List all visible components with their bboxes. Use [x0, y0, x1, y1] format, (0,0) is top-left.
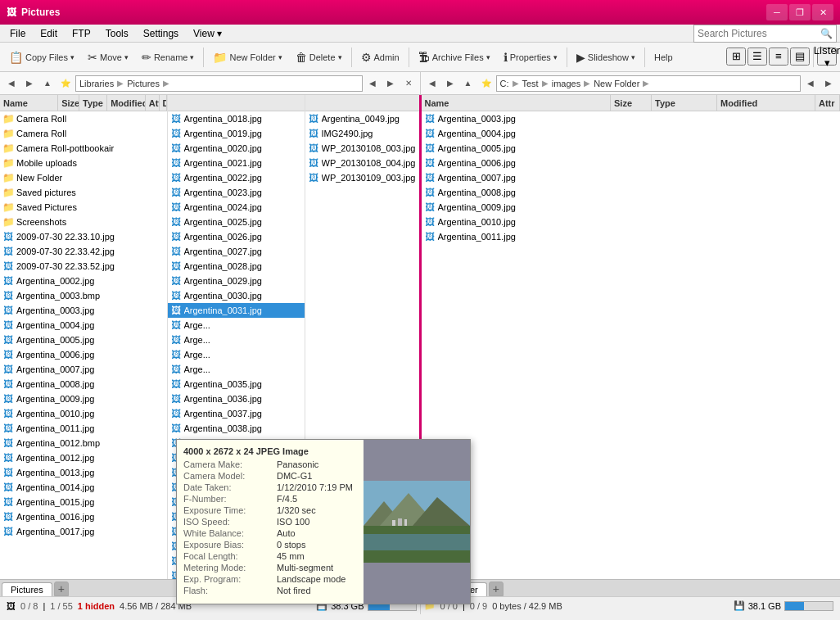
- list-item[interactable]: 🖼 Argentina_0030.jpg: [168, 288, 305, 303]
- right-col-type[interactable]: Type: [652, 95, 717, 111]
- list-item[interactable]: 🖼 Argentina_0036.jpg: [168, 391, 305, 406]
- search-input[interactable]: [698, 28, 820, 39]
- list-item[interactable]: 🖼 Argentina_0007.jpg: [422, 170, 841, 185]
- list-item[interactable]: 🖼 Argentina_0031.jpg: [168, 303, 305, 318]
- col-attr[interactable]: Attr: [146, 95, 160, 111]
- list-item[interactable]: 🖼 2009-07-30 22.33.10.jpg: [0, 229, 167, 244]
- list-item[interactable]: 🖼 Argentina_0004.jpg: [0, 318, 167, 333]
- right-breadcrumb-3[interactable]: images: [552, 79, 580, 88]
- left-pane-scroll-right[interactable]: ▶: [382, 75, 399, 92]
- list-item[interactable]: 🖼 Argentina_0021.jpg: [168, 156, 305, 170]
- right-pane-scroll-left[interactable]: ◀: [802, 75, 819, 92]
- menu-tools[interactable]: Tools: [99, 26, 135, 41]
- menu-settings[interactable]: Settings: [137, 26, 185, 41]
- left-nav-back[interactable]: ◀: [3, 75, 20, 92]
- list-item[interactable]: 🖼 Arge...: [168, 362, 305, 377]
- search-icon[interactable]: 🔍: [820, 28, 833, 39]
- slideshow-button[interactable]: ▶ Slideshow ▾: [571, 46, 641, 69]
- col-desc[interactable]: Description: [160, 95, 167, 111]
- list-item[interactable]: 🖼 Argentina_0008.jpg: [422, 185, 841, 200]
- properties-button[interactable]: ℹ Properties ▾: [498, 46, 563, 69]
- list-item[interactable]: 📁 Saved Pictures: [0, 200, 167, 215]
- new-folder-button[interactable]: 📁 New Folder ▾: [207, 46, 287, 69]
- list-item[interactable]: 🖼 Argentina_0029.jpg: [168, 274, 305, 288]
- list-item[interactable]: 🖼 Argentina_0004.jpg: [422, 126, 841, 141]
- left-breadcrumb-1[interactable]: Libraries: [79, 79, 114, 88]
- list-item[interactable]: 🖼 Argentina_0028.jpg: [168, 259, 305, 274]
- right-nav-star[interactable]: ⭐: [478, 75, 495, 92]
- list-item[interactable]: 🖼 Argentina_0012.bmp: [0, 436, 167, 450]
- list-item[interactable]: 📁 Screenshots: [0, 215, 167, 229]
- list-item[interactable]: 🖼 WP_20130108_004.jpg: [305, 156, 419, 170]
- list-item[interactable]: 🖼 Argentina_0022.jpg: [168, 170, 305, 185]
- left-tab-pictures[interactable]: Pictures: [2, 582, 52, 596]
- view-details-button[interactable]: ≡: [769, 48, 788, 66]
- delete-button[interactable]: 🗑 Delete ▾: [290, 46, 348, 69]
- list-item[interactable]: 🖼 Argentina_0003.jpg: [422, 111, 841, 126]
- left-nav-forward[interactable]: ▶: [21, 75, 38, 92]
- list-item[interactable]: 🖼 Argentina_0005.jpg: [422, 141, 841, 156]
- list-item[interactable]: 🖼 Argentina_0013.jpg: [0, 465, 167, 480]
- right-breadcrumb-2[interactable]: Test: [522, 79, 539, 88]
- list-item[interactable]: 🖼 Argentina_0003.bmp: [0, 288, 167, 303]
- menu-ftp[interactable]: FTP: [65, 26, 97, 41]
- list-item[interactable]: 🖼 Argentina_0005.jpg: [0, 333, 167, 347]
- list-item[interactable]: 🖼 Argentina_0003.jpg: [0, 303, 167, 318]
- right-col-modified[interactable]: Modified: [717, 95, 815, 111]
- list-item[interactable]: 🖼 Argentina_0018.jpg: [168, 111, 305, 126]
- list-item[interactable]: 🖼 Argentina_0035.jpg: [168, 377, 305, 391]
- list-item[interactable]: 🖼 Argentina_0010.jpg: [422, 215, 841, 229]
- list-item[interactable]: 🖼 Argentina_0002.jpg: [0, 274, 167, 288]
- right-breadcrumb-4[interactable]: New Folder: [594, 79, 639, 88]
- right-pane-scroll-right[interactable]: ▶: [820, 75, 837, 92]
- list-item[interactable]: 🖼 Argentina_0026.jpg: [168, 229, 305, 244]
- list-item[interactable]: 🖼 Argentina_0012.jpg: [0, 450, 167, 465]
- list-item[interactable]: 📁 Camera Roll-pottbookair: [0, 141, 167, 156]
- help-button[interactable]: Help: [648, 46, 679, 69]
- left-pane-scroll-left[interactable]: ◀: [364, 75, 381, 92]
- right-col-size[interactable]: Size: [611, 95, 652, 111]
- list-item[interactable]: 🖼 Argentina_0006.jpg: [422, 156, 841, 170]
- list-item[interactable]: 🖼 WP_20130109_003.jpg: [305, 170, 419, 185]
- list-item[interactable]: 🖼 Arge...: [168, 347, 305, 362]
- col-modified[interactable]: Modified: [107, 95, 145, 111]
- list-item[interactable]: 📁 Camera Roll: [0, 126, 167, 141]
- lister-button[interactable]: Lister ▾: [817, 48, 837, 66]
- list-item[interactable]: 🖼 2009-07-30 22.33.42.jpg: [0, 244, 167, 259]
- list-item[interactable]: 🖼 Argentina_0049.jpg: [305, 111, 419, 126]
- list-item[interactable]: 📁 Saved pictures: [0, 185, 167, 200]
- right-tab-add[interactable]: +: [489, 582, 504, 596]
- list-item[interactable]: 🖼 Argentina_0020.jpg: [168, 141, 305, 156]
- list-item[interactable]: 🖼 Argentina_0009.jpg: [422, 200, 841, 215]
- view-icons-button[interactable]: ⊞: [726, 48, 746, 66]
- left-address-box[interactable]: Libraries ▶ Pictures ▶: [75, 75, 363, 92]
- list-item[interactable]: 🖼 Argentina_0015.jpg: [0, 495, 167, 509]
- right-nav-forward[interactable]: ▶: [442, 75, 458, 92]
- list-item[interactable]: 🖼 WP_20130108_003.jpg: [305, 141, 419, 156]
- list-item[interactable]: 🖼 Argentina_0025.jpg: [168, 215, 305, 229]
- list-item[interactable]: 🖼 IMG2490.jpg: [305, 126, 419, 141]
- maximize-button[interactable]: ❐: [789, 4, 811, 20]
- list-item[interactable]: 🖼 Argentina_0038.jpg: [168, 421, 305, 436]
- left-pane-close[interactable]: ✕: [400, 75, 417, 92]
- left-nav-star[interactable]: ⭐: [57, 75, 74, 92]
- list-item[interactable]: 🖼 Argentina_0006.jpg: [0, 347, 167, 362]
- minimize-button[interactable]: ─: [766, 4, 788, 20]
- menu-file[interactable]: File: [3, 26, 32, 41]
- list-item[interactable]: 🖼 Argentina_0027.jpg: [168, 244, 305, 259]
- left-tab-add[interactable]: +: [54, 582, 69, 596]
- view-list-button[interactable]: ☰: [747, 48, 767, 66]
- col-type[interactable]: Type: [79, 95, 107, 111]
- right-col-attr[interactable]: Attr: [815, 95, 840, 111]
- list-item[interactable]: 🖼 Argentina_0009.jpg: [0, 391, 167, 406]
- list-item[interactable]: 🖼 Argentina_0007.jpg: [0, 362, 167, 377]
- left-nav-up[interactable]: ▲: [39, 75, 56, 92]
- admin-button[interactable]: ⚙ Admin: [355, 46, 405, 69]
- view-columns-button[interactable]: ▤: [790, 48, 810, 66]
- list-item[interactable]: 🖼 Arge...: [168, 318, 305, 333]
- list-item[interactable]: 🖼 Argentina_0017.jpg: [0, 524, 167, 539]
- list-item[interactable]: 🖼 Argentina_0011.jpg: [0, 421, 167, 436]
- list-item[interactable]: 🖼 Argentina_0024.jpg: [168, 200, 305, 215]
- list-item[interactable]: 🖼 Argentina_0037.jpg: [168, 406, 305, 421]
- col-size[interactable]: Size: [58, 95, 79, 111]
